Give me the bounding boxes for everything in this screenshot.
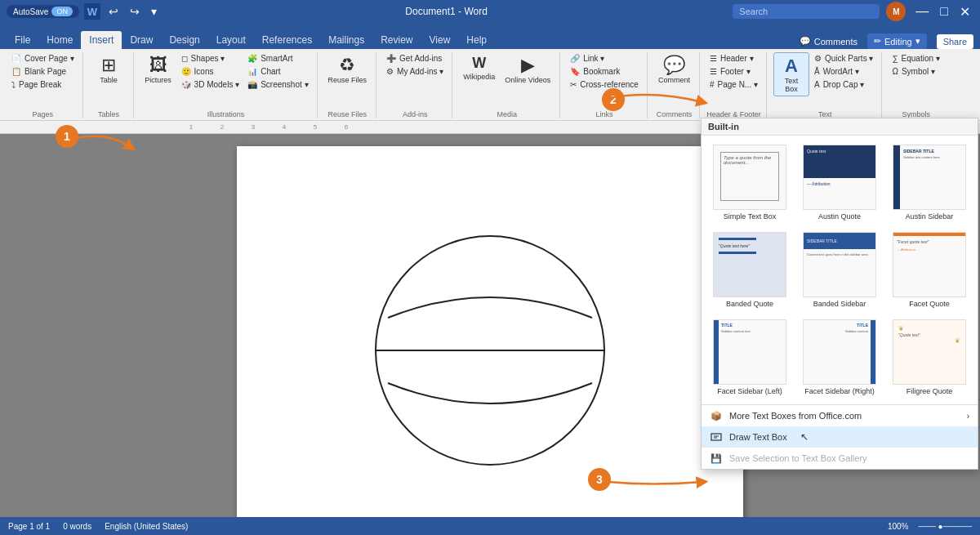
equation-button[interactable]: ∑ Equation ▾ xyxy=(889,52,942,65)
tab-layout[interactable]: Layout xyxy=(208,31,254,49)
zoom-slider[interactable]: ─── ●───── xyxy=(919,522,973,531)
3d-models-icon: 🎲 xyxy=(181,80,191,89)
tab-draw[interactable]: Draw xyxy=(122,31,161,49)
drop-cap-icon: A xyxy=(814,80,820,89)
my-addins-button[interactable]: ⚙ My Add-ins ▾ xyxy=(383,65,447,78)
bookmark-button[interactable]: 🔖 Bookmark xyxy=(567,65,642,78)
chart-column: 🧩 SmartArt 📊 Chart 📸 Screenshot ▾ xyxy=(244,52,311,91)
word-count: 0 words xyxy=(63,522,91,531)
title-bar: AutoSave ON W ↩ ↪ ▾ Document1 - Word M —… xyxy=(0,0,980,23)
status-bar: Page 1 of 1 0 words English (United Stat… xyxy=(0,517,980,535)
draw-textbox-button[interactable]: Draw Text Box ↖ xyxy=(702,426,978,448)
screenshot-button[interactable]: 📸 Screenshot ▾ xyxy=(244,78,311,91)
tab-insert[interactable]: Insert xyxy=(81,31,122,49)
textbox-austin-quote[interactable]: Quote text — Attribution Austin Quote xyxy=(796,140,883,225)
editing-button[interactable]: ✏ Editing ▾ xyxy=(867,33,927,49)
tab-view[interactable]: View xyxy=(421,31,459,49)
get-addins-icon: ➕ xyxy=(386,54,396,63)
icons-button[interactable]: 🙂 Icons xyxy=(178,65,243,78)
smartart-button[interactable]: 🧩 SmartArt xyxy=(244,52,311,65)
document-page[interactable] xyxy=(237,146,743,517)
facet-right-preview: TITLE Sidebar content xyxy=(803,319,876,385)
comments-label: Comments xyxy=(814,37,858,47)
textbox-simple[interactable]: Type a quote from the document... Simple… xyxy=(706,140,793,225)
share-button[interactable]: Share xyxy=(937,34,973,49)
bookmark-icon: 🔖 xyxy=(570,67,580,76)
textbox-austin-sidebar[interactable]: SIDEBAR TITLE Sidebar text content here … xyxy=(886,140,973,225)
get-addins-button[interactable]: ➕ Get Add-ins xyxy=(383,52,447,65)
redo-button[interactable]: ↪ xyxy=(127,3,143,20)
autosave-label: AutoSave xyxy=(13,7,48,16)
share-label: Share xyxy=(943,37,967,47)
tab-file[interactable]: File xyxy=(7,31,38,49)
page-number-button[interactable]: # Page N... ▾ xyxy=(706,78,761,91)
tab-review[interactable]: Review xyxy=(372,31,421,49)
symbol-button[interactable]: Ω Symbol ▾ xyxy=(889,65,942,78)
more-arrow-icon: › xyxy=(967,412,969,421)
shapes-button[interactable]: ◻ Shapes ▾ xyxy=(178,52,243,65)
quick-access-button[interactable]: ▾ xyxy=(148,3,160,20)
tab-mailings[interactable]: Mailings xyxy=(320,31,372,49)
chart-icon: 📊 xyxy=(247,67,257,76)
wordart-button[interactable]: Ā WordArt ▾ xyxy=(811,65,876,78)
pages-column: 📄 Cover Page ▾ 📋 Blank Page ⤵ Page Break xyxy=(8,52,78,91)
maximize-button[interactable]: □ xyxy=(937,4,951,20)
ribbon-group-media: W Wikipedia ▶ Online Videos Media xyxy=(454,52,560,118)
textbox-filigree[interactable]: ❦ "Quote text" ❦ Filigree Quote xyxy=(886,315,973,399)
symbols-buttons: ∑ Equation ▾ Ω Symbol ▾ xyxy=(889,52,942,109)
pictures-button[interactable]: 🖼 Pictures xyxy=(140,52,176,87)
pictures-icon: 🖼 xyxy=(149,55,167,76)
table-button[interactable]: ⊞ Table xyxy=(91,52,127,87)
banded-quote-preview: "Quote text here" xyxy=(713,232,786,297)
icons-icon: 🙂 xyxy=(181,67,191,76)
more-textboxes-button[interactable]: 📦 More Text Boxes from Office.com › xyxy=(702,405,978,426)
blank-page-icon: 📋 xyxy=(11,67,21,76)
online-videos-icon: ▶ xyxy=(521,55,535,76)
editing-label: Editing xyxy=(884,37,912,47)
autosave-toggle[interactable]: AutoSave ON xyxy=(7,5,79,18)
title-bar-center: Document1 - Word xyxy=(405,6,487,17)
reuse-icon: ♻ xyxy=(339,55,355,76)
drop-cap-button[interactable]: A Drop Cap ▾ xyxy=(811,78,876,91)
wikipedia-icon: W xyxy=(472,55,486,73)
wordart-icon: Ā xyxy=(814,67,820,76)
comments-button[interactable]: 💬 Comments xyxy=(800,36,858,47)
textbox-facet-left[interactable]: TITLE Sidebar content text Facet Sidebar… xyxy=(706,315,793,399)
chart-button[interactable]: 📊 Chart xyxy=(244,65,311,78)
media-buttons: W Wikipedia ▶ Online Videos xyxy=(459,52,555,109)
textbox-banded-quote[interactable]: "Quote text here" Banded Quote xyxy=(706,228,793,312)
cover-page-button[interactable]: 📄 Cover Page ▾ xyxy=(8,52,78,65)
step-2-circle: 2 xyxy=(602,88,625,111)
ribbon-group-addins: ➕ Get Add-ins ⚙ My Add-ins ▾ Add-ins xyxy=(378,52,452,118)
search-input[interactable] xyxy=(733,4,880,19)
textbox-banded-sidebar[interactable]: SIDEBAR TITLE Content text goes here in … xyxy=(796,228,883,312)
reuse-files-button[interactable]: ♻ Reuse Files xyxy=(324,52,372,87)
footer-button[interactable]: ☰ Footer ▾ xyxy=(706,65,761,78)
header-button[interactable]: ☰ Header ▾ xyxy=(706,52,761,65)
tab-help[interactable]: Help xyxy=(458,31,495,49)
wikipedia-button[interactable]: W Wikipedia xyxy=(459,52,499,83)
tab-design[interactable]: Design xyxy=(161,31,207,49)
blank-page-button[interactable]: 📋 Blank Page xyxy=(8,65,78,78)
undo-button[interactable]: ↩ xyxy=(105,3,122,20)
ruler-marks: 1 2 3 4 5 6 xyxy=(176,123,362,131)
comment-button[interactable]: 💬 Comment xyxy=(654,52,694,87)
textbox-facet-quote[interactable]: "Facet quote text" — Attribution Facet Q… xyxy=(886,228,973,312)
tab-references[interactable]: References xyxy=(254,31,320,49)
avatar[interactable]: M xyxy=(886,2,906,21)
3d-models-button[interactable]: 🎲 3D Models ▾ xyxy=(178,78,243,91)
my-addins-icon: ⚙ xyxy=(386,67,394,76)
table-icon: ⊞ xyxy=(101,55,116,76)
ribbon-group-header-footer: ☰ Header ▾ ☰ Footer ▾ # Page N... ▾ Head… xyxy=(702,52,767,118)
close-button[interactable]: ✕ xyxy=(956,4,973,20)
cross-reference-button[interactable]: ✂ Cross-reference xyxy=(567,78,642,91)
page-break-button[interactable]: ⤵ Page Break xyxy=(8,78,78,91)
minimize-button[interactable]: — xyxy=(912,4,932,20)
online-videos-button[interactable]: ▶ Online Videos xyxy=(501,52,555,87)
text-box-button[interactable]: A TextBox xyxy=(773,52,809,96)
textbox-facet-right[interactable]: TITLE Sidebar content Facet Sidebar (Rig… xyxy=(796,315,883,399)
page-content xyxy=(237,146,743,517)
tab-home[interactable]: Home xyxy=(38,31,81,49)
link-button[interactable]: 🔗 Link ▾ xyxy=(567,52,642,65)
quick-parts-button[interactable]: ⚙ Quick Parts ▾ xyxy=(811,52,876,65)
